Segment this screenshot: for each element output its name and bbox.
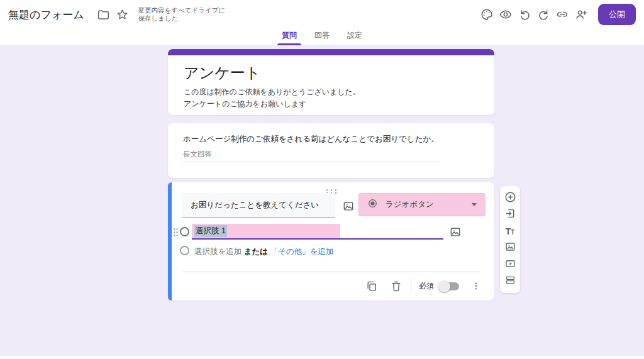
form-description-line2: アンケートのご協力をお願いします xyxy=(184,98,360,110)
save-status: 変更内容をすべてドライブに 保存しました xyxy=(138,6,226,23)
add-question-icon xyxy=(504,191,517,206)
tab-questions-label: 質問 xyxy=(282,31,297,40)
option1-focus-underline xyxy=(192,238,443,240)
trash-icon xyxy=(390,280,402,292)
theme-button[interactable] xyxy=(477,5,496,24)
tab-settings[interactable]: 設定 xyxy=(343,29,367,45)
save-status-line2: 保存しました xyxy=(138,14,226,23)
person-add-icon xyxy=(574,8,588,21)
question-type-label: ラジオボタン xyxy=(386,199,472,210)
header: 無題のフォーム 変更内容をすべてドライブに 保存しました xyxy=(0,0,644,45)
required-toggle-knob xyxy=(438,280,450,292)
question2-title[interactable]: ホームページ制作のご依頼をされる前はどんなことでお困りでしたか。 xyxy=(183,134,439,145)
delete-question-button[interactable] xyxy=(387,277,406,295)
more-options-button[interactable] xyxy=(467,277,486,295)
undo-icon xyxy=(518,8,531,21)
add-option-row: 選択肢を追加 または 「その他」を追加 xyxy=(194,246,334,257)
option1-radio-circle xyxy=(180,227,189,236)
required-toggle[interactable] xyxy=(440,282,459,290)
import-questions-button[interactable] xyxy=(502,207,518,222)
form-title[interactable]: 無題のフォーム xyxy=(8,8,84,22)
folder-icon xyxy=(97,8,110,21)
image-icon xyxy=(342,200,355,213)
option1-add-image-button[interactable] xyxy=(446,223,465,241)
star-icon xyxy=(116,8,129,21)
add-image-icon xyxy=(504,241,516,255)
form-heading[interactable]: アンケート xyxy=(184,63,260,83)
import-questions-icon xyxy=(504,207,516,221)
add-image-button[interactable] xyxy=(502,240,518,255)
image-icon xyxy=(449,226,462,238)
form-description-line1: この度は制作のご依頼をありがとうございました。 xyxy=(184,86,360,98)
header-top-row: 無題のフォーム 変更内容をすべてドライブに 保存しました xyxy=(0,0,644,29)
or-label: または xyxy=(244,247,268,256)
add-video-icon xyxy=(504,258,516,272)
add-other-link[interactable]: 「その他」を追加 xyxy=(270,247,334,256)
add-video-button[interactable] xyxy=(502,257,518,272)
card-footer: 必須 xyxy=(168,275,486,297)
bottom-strip xyxy=(0,356,644,359)
three-dot-menu-icon xyxy=(471,281,481,291)
drag-dots-vertical-icon xyxy=(173,228,179,239)
add-collaborators-button[interactable] xyxy=(572,5,591,24)
google-forms-editor: 無題のフォーム 変更内容をすべてドライブに 保存しました xyxy=(0,0,644,359)
add-option-link[interactable]: 選択肢を追加 xyxy=(194,247,242,256)
required-label: 必須 xyxy=(419,281,434,292)
redo-button[interactable] xyxy=(534,5,553,24)
palette-icon xyxy=(480,8,494,21)
question-card-long-answer[interactable]: ホームページ制作のご依頼をされる前はどんなことでお困りでしたか。 長文回答 xyxy=(168,123,494,178)
tab-active-underline xyxy=(277,43,301,45)
form-title-card[interactable]: アンケート この度は制作のご依頼をありがとうございました。 アンケートのご協力を… xyxy=(168,49,494,115)
move-to-folder-button[interactable] xyxy=(94,5,113,24)
option1-input[interactable]: 選択肢 1 xyxy=(192,224,340,238)
copy-link-button[interactable] xyxy=(553,5,572,24)
link-icon xyxy=(555,8,569,21)
option1-selected-text[interactable]: 選択肢 1 xyxy=(194,225,227,237)
question-title-input[interactable]: お困りだったことを教えてください xyxy=(182,193,335,218)
form-description[interactable]: この度は制作のご依頼をありがとうございました。 アンケートのご協力をお願いします xyxy=(184,86,360,110)
chevron-down-icon xyxy=(472,203,477,206)
save-status-line1: 変更内容をすべてドライブに xyxy=(138,6,226,14)
radio-button-type-icon xyxy=(367,198,378,211)
title-card-accent-bar xyxy=(168,49,494,55)
active-question-card[interactable]: お困りだったことを教えてください ラジオボタン 選択肢 1 選択肢を追加 または… xyxy=(168,182,494,301)
tab-settings-label: 設定 xyxy=(347,31,362,40)
option1-drag-handle[interactable] xyxy=(173,228,179,240)
add-section-icon xyxy=(504,274,516,288)
undo-button[interactable] xyxy=(515,5,534,24)
footer-divider-vertical xyxy=(411,279,411,294)
long-answer-placeholder: 長文回答 xyxy=(183,150,212,159)
question-type-dropdown[interactable]: ラジオボタン xyxy=(358,193,486,216)
redo-icon xyxy=(537,8,550,21)
tab-responses[interactable]: 回答 xyxy=(310,29,334,45)
preview-eye-icon xyxy=(499,8,513,21)
insert-toolbar: TT xyxy=(500,186,520,293)
tabs-row: 質問 回答 設定 xyxy=(0,29,644,45)
add-title-icon: TT xyxy=(506,227,515,236)
add-title-button[interactable]: TT xyxy=(502,224,518,239)
star-button[interactable] xyxy=(113,5,132,24)
tab-responses-label: 回答 xyxy=(314,31,330,40)
publish-button[interactable]: 公開 xyxy=(598,4,636,25)
long-answer-underline xyxy=(183,162,440,162)
card-footer-divider xyxy=(182,272,480,272)
preview-button[interactable] xyxy=(496,5,515,24)
tab-questions[interactable]: 質問 xyxy=(277,29,301,45)
duplicate-question-button[interactable] xyxy=(362,277,381,295)
add-question-button[interactable] xyxy=(502,191,518,206)
duplicate-icon xyxy=(365,280,378,292)
add-section-button[interactable] xyxy=(502,273,518,289)
option2-radio-circle xyxy=(180,246,189,255)
question-add-image-button[interactable] xyxy=(339,197,358,216)
